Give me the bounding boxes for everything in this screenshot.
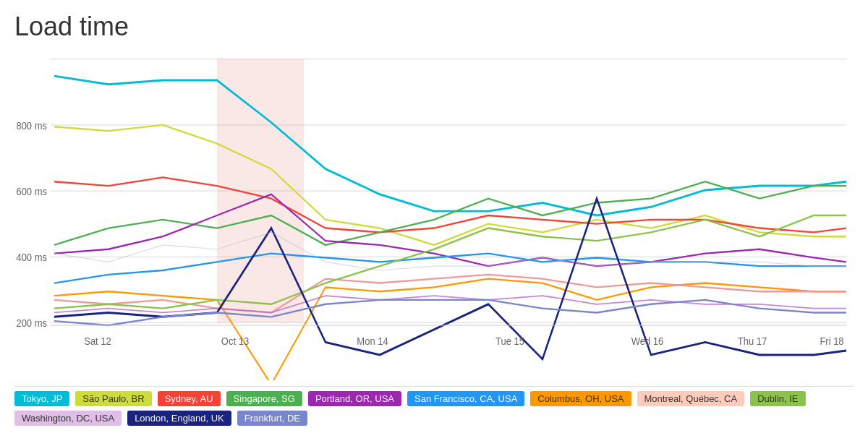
legend-item: Portland, OR, USA xyxy=(308,391,401,406)
page-title: Load time xyxy=(14,12,854,42)
legend-item: Sydney, AU xyxy=(158,391,221,406)
legend-item: San Francisco, CA, USA xyxy=(407,391,524,406)
svg-text:Thu 17: Thu 17 xyxy=(738,335,767,347)
legend-item: Singapore, SG xyxy=(226,391,302,406)
svg-text:Tue 15: Tue 15 xyxy=(495,335,524,347)
svg-text:600 ms: 600 ms xyxy=(16,185,47,197)
page-container: Load time 800 ms 600 ms 400 ms 200 ms xyxy=(0,0,868,433)
svg-text:Mon 14: Mon 14 xyxy=(357,335,388,347)
svg-text:Wed 16: Wed 16 xyxy=(631,335,664,347)
svg-text:800 ms: 800 ms xyxy=(16,119,47,132)
chart-svg: 800 ms 600 ms 400 ms 200 ms xyxy=(14,51,854,380)
svg-text:400 ms: 400 ms xyxy=(16,251,47,263)
svg-container: 800 ms 600 ms 400 ms 200 ms xyxy=(14,51,854,380)
svg-text:200 ms: 200 ms xyxy=(16,317,47,329)
svg-text:Oct 13: Oct 13 xyxy=(221,335,249,347)
legend-item: Dublin, IE xyxy=(750,391,805,406)
legend-item: London, England, UK xyxy=(127,411,231,426)
legend-item: Frankfurt, DE xyxy=(237,411,307,426)
svg-text:Fri 18: Fri 18 xyxy=(820,335,843,347)
chart-area: 800 ms 600 ms 400 ms 200 ms xyxy=(14,51,854,426)
legend-item: Tokyo, JP xyxy=(14,391,69,406)
chart-legend: Tokyo, JPSão Paulo, BRSydney, AUSingapor… xyxy=(14,386,854,426)
legend-item: Washington, DC, USA xyxy=(14,411,122,426)
svg-rect-9 xyxy=(217,59,304,323)
legend-item: Columbus, OH, USA xyxy=(530,391,631,406)
svg-text:Sat 12: Sat 12 xyxy=(84,335,111,347)
legend-item: São Paulo, BR xyxy=(75,391,151,406)
legend-item: Montreal, Québec, CA xyxy=(637,391,745,406)
